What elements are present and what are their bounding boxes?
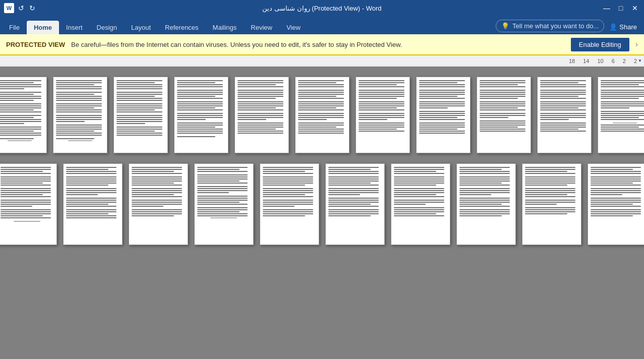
title-bar-left: W ↺ ↻ xyxy=(4,3,37,13)
tab-insert[interactable]: Insert xyxy=(59,21,90,34)
page-thumb-11[interactable] xyxy=(598,77,645,153)
page-thumb-18[interactable] xyxy=(391,163,450,245)
page-content-18 xyxy=(391,164,450,245)
title-bar: W ↺ ↻ روان شناسی دین (Protected View) - … xyxy=(0,0,644,16)
tab-references[interactable]: References xyxy=(158,21,205,34)
ruler-numbers: 18 14 10 6 2 2▼ xyxy=(569,58,642,64)
page-thumb-2[interactable] xyxy=(53,77,107,153)
page-thumb-17[interactable] xyxy=(325,163,385,245)
page-thumb-9[interactable] xyxy=(477,77,531,153)
page-content-20 xyxy=(522,164,581,245)
tab-review[interactable]: Review xyxy=(244,21,279,34)
page-row-1 xyxy=(0,77,644,153)
protected-view-label: PROTECTED VIEW xyxy=(6,41,65,48)
protected-view-message: Be careful—files from the Internet can c… xyxy=(71,41,567,48)
page-thumb-1[interactable] xyxy=(0,77,47,153)
page-thumb-16[interactable] xyxy=(260,163,319,245)
ribbon-tabs: File Home Insert Design Layout Reference… xyxy=(0,16,644,34)
page-thumb-5[interactable] xyxy=(235,77,289,153)
tab-view[interactable]: View xyxy=(279,21,308,34)
minimize-button[interactable]: — xyxy=(602,3,612,13)
page-content-15 xyxy=(195,164,253,245)
share-icon: 👤 xyxy=(609,23,617,31)
close-button[interactable]: ✕ xyxy=(630,3,640,13)
protected-view-bar: PROTECTED VIEW Be careful—files from the… xyxy=(0,34,644,55)
page-thumb-7[interactable] xyxy=(356,77,410,153)
tell-me-text: Tell me what you want to do... xyxy=(512,22,599,30)
page-thumb-13[interactable] xyxy=(63,163,123,245)
page-content-16 xyxy=(260,164,319,245)
enable-editing-button[interactable]: Enable Editing xyxy=(571,38,629,51)
ribbon-right: 💡 Tell me what you want to do... 👤 Share xyxy=(496,20,642,34)
page-content-5 xyxy=(235,77,288,153)
page-content-8 xyxy=(417,77,470,153)
page-content-11 xyxy=(598,77,645,153)
tab-design[interactable]: Design xyxy=(90,21,124,34)
share-button[interactable]: 👤 Share xyxy=(604,21,642,33)
page-content-17 xyxy=(326,164,384,245)
page-content-19 xyxy=(457,164,515,245)
page-thumb-21[interactable] xyxy=(588,163,645,245)
tab-layout[interactable]: Layout xyxy=(124,21,158,34)
undo-button[interactable]: ↺ xyxy=(16,3,26,13)
page-content-14 xyxy=(129,164,188,245)
tab-file[interactable]: File xyxy=(2,21,27,34)
lightbulb-icon: 💡 xyxy=(501,22,509,30)
page-thumb-14[interactable] xyxy=(129,163,188,245)
page-content-21 xyxy=(588,164,645,245)
page-content-7 xyxy=(356,77,409,153)
page-content-9 xyxy=(477,77,531,153)
page-content-3 xyxy=(114,77,167,153)
page-row-2 xyxy=(0,163,644,245)
page-thumb-10[interactable] xyxy=(537,77,592,153)
page-content-1 xyxy=(0,77,46,153)
page-content-6 xyxy=(296,77,349,153)
document-title: روان شناسی دین (Protected View) - Word xyxy=(262,5,381,12)
page-content-10 xyxy=(538,77,591,153)
page-thumb-4[interactable] xyxy=(174,77,228,153)
page-content-13 xyxy=(64,164,122,245)
document-area xyxy=(0,67,644,359)
page-thumb-8[interactable] xyxy=(416,77,471,153)
page-thumb-20[interactable] xyxy=(522,163,581,245)
share-label: Share xyxy=(619,23,637,31)
page-thumb-6[interactable] xyxy=(295,77,349,153)
tell-me-input[interactable]: 💡 Tell me what you want to do... xyxy=(496,20,604,32)
ruler-area: 18 14 10 6 2 2▼ xyxy=(0,55,644,67)
page-content-4 xyxy=(174,77,228,153)
page-content-2 xyxy=(53,77,107,153)
page-content-12 xyxy=(0,164,56,245)
redo-button[interactable]: ↻ xyxy=(27,3,37,13)
tab-mailings[interactable]: Mailings xyxy=(206,21,244,34)
maximize-button[interactable]: □ xyxy=(616,3,626,13)
window-controls: — □ ✕ xyxy=(602,3,640,13)
page-thumb-19[interactable] xyxy=(456,163,516,245)
undo-redo-group: ↺ ↻ xyxy=(16,3,37,13)
page-thumb-12[interactable] xyxy=(0,163,57,245)
page-thumb-3[interactable] xyxy=(113,77,168,153)
page-thumb-15[interactable] xyxy=(194,163,254,245)
chevron-right-icon[interactable]: › xyxy=(635,40,638,49)
tab-home[interactable]: Home xyxy=(27,21,59,34)
word-icon: W xyxy=(4,3,14,13)
